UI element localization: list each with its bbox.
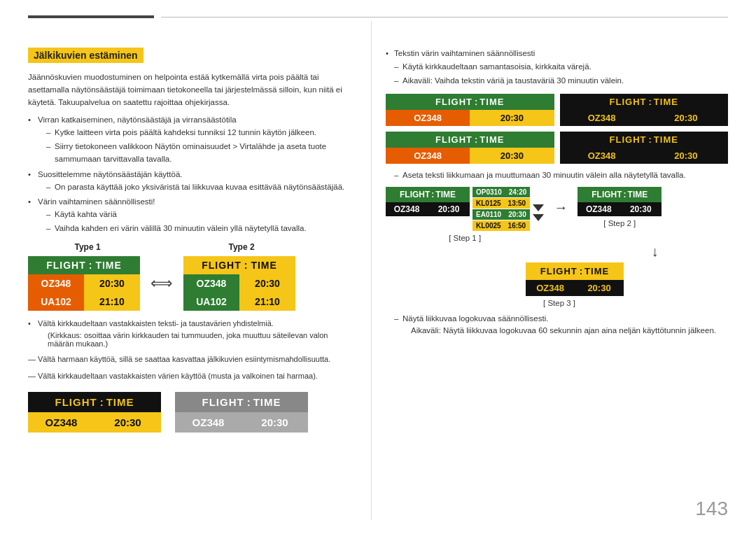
bottom-note-dash: Näytä liikkuvaa logokuvaa säännöllisesti… [386,313,728,325]
sub-dash-3a: Käytä kahta väriä [38,209,350,221]
step1-flight: FLIGHT [400,190,430,199]
step1-box: FLIGHT : TIME OZ348 20:30 OP [386,187,544,242]
g4-time-val: 20:30 [644,148,728,164]
type1-time: 20:30 [84,274,140,293]
g2-oz: OZ348 [560,110,644,126]
step1-scroll-rows: OP0310 24:20 KL0125 13:50 EA0110 20:30 [472,187,530,231]
grid-board-4: FLIGHT : TIME OZ348 20:30 [560,132,729,164]
bottom-note-area: Näytä liikkuvaa logokuvaa säännöllisesti… [386,313,728,337]
type1-ua-time: 21:10 [84,293,140,311]
page-number: 143 [695,498,728,520]
step2-flight: FLIGHT [592,190,622,199]
bottom-gray-row: OZ348 20:30 [175,412,308,433]
sub-dash-3b: Vaihda kahden eri värin välillä 30 minuu… [38,223,350,235]
type2-board: FLIGHT : TIME OZ348 20:30 UA102 21:10 [183,256,295,311]
scroll-r2-c1: KL0125 [472,198,505,209]
type2-ua-time: 21:10 [239,293,295,311]
bottom-dark-oz: OZ348 [28,412,94,433]
step2-board: FLIGHT : TIME OZ348 20:30 [578,187,662,216]
type1-header-flight: FLIGHT [46,260,86,271]
bottom-gray-time: TIME [253,396,281,408]
step2-label: [ Step 2 ] [603,219,636,227]
grid-board-3: FLIGHT : TIME OZ348 20:30 [386,132,554,164]
bottom-note-sub: Aikaväli: Näytä liikkuvaa logokuvaa 60 s… [386,325,728,337]
step2-content: FLIGHT : TIME OZ348 20:30 [578,187,662,216]
scroll-r3-c2: 20:30 [505,209,530,220]
bottom-gray-oz: OZ348 [175,412,241,433]
bottom-dark-time: TIME [106,396,134,408]
right-bullet-1: Tekstin värin vaihtaminen säännöllisesti [386,48,728,59]
scroll-r3-c1: EA0110 [472,209,505,220]
g3-oz: OZ348 [386,148,470,164]
bullet-item-3: Värin vaihtaminen säännöllisesti! Käytä … [28,196,350,234]
step3-flight: FLIGHT [540,266,578,276]
horizontal-arrow: ⟺ [150,274,173,293]
grid-board-1: FLIGHT : TIME OZ348 20:30 [386,94,554,126]
bottom-board-gray: FLIGHT : TIME OZ348 20:30 [175,392,308,433]
step2-time-val: 20:30 [620,202,662,216]
steps-row: FLIGHT : TIME OZ348 20:30 OP [386,187,728,242]
type2-ua: UA102 [183,293,239,311]
right-column: Tekstin värin vaihtaminen säännöllisesti… [371,21,728,520]
step1-time-val: 20:30 [428,202,470,216]
bottom-board-dark: FLIGHT : TIME OZ348 20:30 [28,392,161,433]
type1-ua: UA102 [28,293,84,311]
bottom-dark-row: OZ348 20:30 [28,412,161,433]
scroll-r4-c2: 16:50 [505,220,531,231]
step1-label: [ Step 1 ] [449,234,481,242]
g2-time: TIME [654,97,678,107]
step3-oz: OZ348 [526,280,575,296]
warn-bullet-1: Vältä kirkkaudeltaan vastakkaisten tekst… [28,318,350,330]
g4-flight: FLIGHT [610,134,647,145]
type1-board: FLIGHT : TIME OZ348 20:30 UA102 21:10 [28,256,140,311]
top-rules [28,15,728,18]
warn-line-1: Vältä harmaan käyttöä, sillä se saattaa … [28,353,350,365]
warn-paren: (Kirkkaus: osoittaa värin kirkkauden tai… [28,331,350,348]
sub-dash-2a: On parasta käyttää joko yksiväristä tai … [38,181,350,194]
type2-oz: OZ348 [183,274,239,293]
step3-time-val: 20:30 [575,280,624,296]
g3-flight: FLIGHT [435,134,472,145]
right-sub-1: Käytä kirkkaudeltaan samantasoisia, kirk… [386,61,728,73]
warn-line-2: Vältä kirkkaudeltaan vastakkaisten värie… [28,370,350,382]
g3-time-val: 20:30 [470,148,554,164]
intro-text: Jäännöskuvien muodostuminen on helpointa… [28,71,350,108]
g1-oz: OZ348 [386,110,470,126]
step1-oz: OZ348 [386,202,428,216]
sub-dash-1a: Kytke laitteen virta pois päältä kahdeks… [38,127,350,139]
right-top-area: Tekstin värin vaihtaminen säännöllisesti… [386,48,728,87]
type1-label: Type 1 [28,242,147,252]
scroll-r4-c1: KL0025 [472,220,505,231]
type1-oz: OZ348 [28,274,84,293]
type-boards-row: FLIGHT : TIME OZ348 20:30 UA102 21:10 ⟺ [28,256,350,311]
type2-time: 20:30 [239,274,295,293]
type1-row1: OZ348 20:30 [28,274,140,293]
type2-board-header: FLIGHT : TIME [183,256,295,274]
g2-time-val: 20:30 [644,110,728,126]
left-column: Jälkikuvien estäminen Jäännöskuvien muod… [28,21,371,520]
g1-time: TIME [479,97,504,107]
bullet-item-2: Suosittelemme näytönsäästäjän käyttöä. O… [28,169,350,194]
step2-time-label: TIME [628,190,648,199]
section-heading: Jälkikuvien estäminen [28,48,144,63]
step3-board: FLIGHT : TIME OZ348 20:30 [526,262,624,296]
scroll-r2-c2: 13:50 [505,198,531,209]
g1-flight: FLIGHT [435,97,472,107]
step3-label: [ Step 3 ] [543,299,575,307]
step2-to-step3-arrow: ↓ [582,244,728,260]
step3-area: FLIGHT : TIME OZ348 20:30 [ Step 3 ] [526,262,728,307]
type1-board-header: FLIGHT : TIME [28,256,140,274]
double-down-arrow [533,203,544,223]
darr-2 [533,214,544,221]
g4-oz: OZ348 [560,148,644,164]
step1-scroll: OP0310 24:20 KL0125 13:50 EA0110 20:30 [472,187,544,231]
g1-time-val: 20:30 [470,110,554,126]
bottom-dark-flight: FLIGHT [55,396,97,408]
rule-dark [28,15,154,18]
step1-time-label: TIME [435,190,456,199]
boards-grid: FLIGHT : TIME OZ348 20:30 FLIGHT : TIME … [386,94,728,164]
type2-row1: OZ348 20:30 [183,274,295,293]
type2-header-flight: FLIGHT [202,260,241,271]
bottom-gray-time-val: 20:30 [241,412,308,433]
step3-time: TIME [584,266,609,276]
